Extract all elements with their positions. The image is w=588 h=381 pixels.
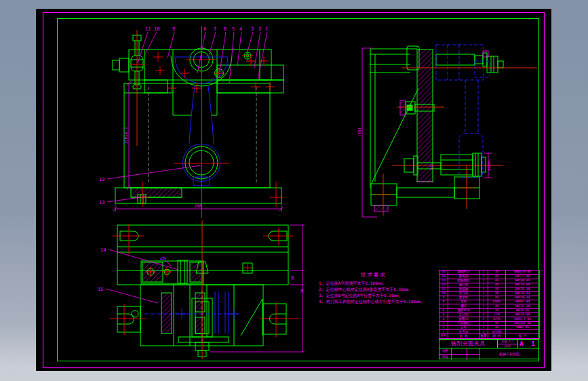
callout-4: 4	[239, 26, 242, 32]
parts-list-table: 15螺母M12235GB6170-8614圆锥销245GB117-8613铰链螺…	[439, 270, 540, 339]
callout-13: 13	[99, 200, 104, 205]
check-name-cell	[452, 355, 467, 360]
dim-height: 150±0.1	[123, 127, 128, 144]
bom-header-row: 序号名 称数量材 料备 注	[439, 334, 540, 339]
front-view-hidden	[149, 87, 256, 184]
callout-3: 3	[251, 26, 254, 32]
check-date-cell	[467, 355, 479, 360]
front-view-workpiece	[175, 57, 228, 186]
dim-hole-dia: ø50	[160, 256, 166, 260]
dim-side-height: (65)	[357, 127, 361, 137]
draw-name-cell	[452, 348, 467, 354]
callout-11: 11	[145, 26, 151, 32]
top-view-centerlines	[110, 220, 298, 359]
draw-date-cell	[467, 348, 479, 354]
draw-row: 制图	[439, 348, 479, 354]
front-view	[113, 35, 283, 203]
dim-base-width: 298	[195, 203, 202, 208]
organization-name: 机械工程学院	[480, 348, 538, 360]
side-view-centerlines	[375, 68, 537, 216]
bom-rows: 15螺母M12235GB6170-8614圆锥销245GB117-8613铰链螺…	[439, 270, 540, 334]
drawing-title: 铣剖分面夹具	[439, 340, 498, 348]
callout-14: 14	[100, 247, 106, 253]
check-label: 审核	[439, 355, 452, 360]
cad-viewport: 11 10 9 8 7 6 5 4 3 2 1 12 13 14 15 298 …	[0, 0, 588, 381]
title-block-row2: 制图 审核 机械工程学院	[439, 348, 538, 360]
paper-size-label: A 1	[518, 340, 538, 348]
sheet-cell: 共1张	[498, 344, 517, 348]
dim-bolt-dia: Φ12	[429, 163, 433, 169]
check-row: 审核	[439, 354, 479, 360]
callout-15: 15	[98, 287, 103, 292]
callout-7: 7	[214, 26, 216, 32]
dim-pin-dia: Φ30H7	[487, 160, 491, 170]
top-view-annotations	[165, 225, 305, 352]
callout-12: 12	[99, 177, 104, 182]
title-block-signatures: 制图 审核	[439, 348, 480, 360]
callout-1: 1	[265, 26, 268, 32]
callout-9: 9	[172, 26, 175, 32]
title-block-scale-cells: 比例 1:1 共1张	[498, 340, 518, 348]
top-view	[117, 225, 288, 357]
callout-6: 6	[224, 26, 227, 32]
dim-offset-20: 20	[300, 289, 304, 293]
callout-2: 2	[258, 26, 261, 32]
callout-8: 8	[203, 26, 206, 32]
title-block-row1: 铣剖分面夹具 比例 1:1 共1张 A 1	[439, 340, 538, 348]
parts-list: 15螺母M12235GB6170-8614圆锥销245GB117-8613铰链螺…	[439, 270, 539, 339]
title-block: 铣剖分面夹具 比例 1:1 共1张 A 1 制图 审核 机械工程学院	[439, 339, 539, 359]
callout-5: 5	[232, 26, 235, 32]
dimension-labels: 298 150±0.1 (65) Φ30H7 Φ12 ø50 40 20	[123, 127, 491, 293]
dim-offset-40: 40	[290, 276, 294, 280]
callout-10: 10	[154, 26, 159, 32]
callout-leaders	[106, 32, 267, 303]
draw-label: 制图	[439, 348, 452, 354]
